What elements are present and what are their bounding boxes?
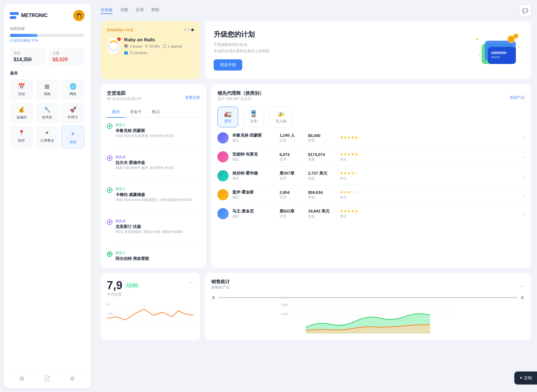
stats-chart: 10 7.75 bbox=[107, 300, 194, 325]
delivery-dot-inner-1 bbox=[109, 157, 111, 159]
document-icon[interactable]: 📄 bbox=[43, 375, 50, 382]
agent-name-wrap-4: 马文·麦金尼 南区 bbox=[232, 208, 276, 219]
agent-tab-drone[interactable]: 🚁 无人机 bbox=[269, 107, 293, 127]
finance-icon: 💰 bbox=[18, 106, 25, 113]
agent-rating-4: ★★★★★ 评分 bbox=[340, 209, 519, 219]
meta-students: 👥 72 students bbox=[124, 51, 147, 55]
agent-revenue-1: $174,074 收益 bbox=[308, 152, 336, 162]
agent-arrow-4[interactable]: › bbox=[523, 211, 525, 216]
public-icon: ✦ bbox=[45, 130, 49, 136]
activity-label: 活动 bbox=[18, 92, 25, 96]
customize-button[interactable]: ✦ 定制 bbox=[514, 371, 537, 385]
agent-avatar-2 bbox=[217, 170, 229, 181]
agent-arrow-0[interactable]: › bbox=[523, 135, 525, 140]
upgrade-graphic: ✦ ✦ ✦ bbox=[472, 31, 522, 69]
agent-name-3: 盖伊·霍金斯 bbox=[232, 189, 276, 195]
divider-1 bbox=[116, 178, 200, 179]
sales-more-button[interactable]: ··· bbox=[520, 283, 525, 289]
delivery-name-4: 阿尔伯特·弗洛雷斯 bbox=[116, 256, 149, 262]
expense-card: 花费 $8,029 bbox=[49, 48, 84, 66]
delivery-role-1: 接收者 bbox=[116, 155, 174, 159]
course-url: [biqubiqu.com] bbox=[107, 27, 133, 32]
tab-shipping[interactable]: 船运 bbox=[147, 107, 165, 118]
upgrade-content: 升级您的计划 平面插图和我们多色 生动的未混合紫色头发女士的精彩 现在升级 bbox=[214, 30, 270, 71]
agent-arrow-3[interactable]: › bbox=[523, 192, 525, 197]
course-dots bbox=[184, 29, 194, 31]
budget-card: 预算 $14,350 bbox=[10, 48, 46, 66]
agent-rating-label-3: 评分 bbox=[340, 195, 519, 200]
pause-icon: ⏸ bbox=[520, 295, 525, 300]
delivery-role-0: 发件人 bbox=[116, 123, 174, 127]
topnav-links: 仪表板 页数 应用 帮助 bbox=[101, 7, 159, 14]
sidebar-footer: ⊞ 📄 ⚙ bbox=[10, 370, 84, 382]
service-add[interactable]: + 添新 bbox=[61, 126, 84, 148]
agent-stars-1: ★★★★★ bbox=[340, 152, 519, 157]
divider-3 bbox=[116, 242, 200, 243]
service-tech[interactable]: 🔧 技术的 bbox=[36, 103, 59, 123]
stats-badge: +2.2% bbox=[125, 283, 139, 288]
logo-icon bbox=[10, 12, 19, 19]
network-label: 网络 bbox=[70, 92, 76, 96]
stats-card: 7,9 +2.2% 平均位置 ··· 10 7.75 bbox=[101, 273, 200, 340]
service-finance[interactable]: 💰 金融的 bbox=[10, 103, 33, 123]
settings-icon[interactable]: ⚙ bbox=[70, 375, 75, 382]
delivery-info-3: 接收者 克里斯汀·沃森 8502 普雷斯顿路, 英格尔伍德, 缅因州 98380 bbox=[116, 219, 183, 234]
stats-value-wrap: 7,9 +2.2% 平均位置 bbox=[107, 279, 139, 297]
sales-chart: 3,000 2,500 bbox=[211, 303, 525, 334]
nav-dashboard[interactable]: 仪表板 bbox=[101, 7, 113, 14]
agent-rev-label-4: 收益 bbox=[308, 214, 336, 219]
stats-header: 7,9 +2.2% 平均位置 ··· bbox=[107, 279, 194, 297]
tab-new[interactable]: 新的 bbox=[107, 107, 125, 118]
agent-list: 布鲁克林·西蒙斯 南区 1,240 人 交货 $5,400 收益 ★★★★★ ›… bbox=[217, 132, 525, 219]
upgrade-button[interactable]: 现在升级 bbox=[214, 59, 242, 71]
agent-arrow-1[interactable]: › bbox=[523, 154, 525, 159]
row-2: 交货追踪 56 次交付正在进行中 查看全部 新的 准备中 船运 bbox=[101, 84, 531, 268]
meta-lesson: 📚 3 lesson bbox=[124, 44, 142, 48]
agents-card: 领先代理商（按类别） 总计 424,567 次交付 添加产品 🚛 货车 🚆 火车 bbox=[211, 84, 531, 268]
clock-icon: ⏱ bbox=[145, 44, 148, 48]
delivery-item-1: 接收者 拉尔夫·爱德华兹 星家大道2464号 梅萨, 新泽西州 45463 bbox=[107, 155, 200, 170]
agent-arrow-2[interactable]: › bbox=[523, 173, 525, 178]
tab-preparing[interactable]: 准备中 bbox=[125, 107, 147, 118]
agent-name-wrap-0: 布鲁克林·西蒙斯 南区 bbox=[232, 133, 276, 143]
delivery-dot-1 bbox=[107, 155, 112, 161]
service-activity[interactable]: 📅 活动 bbox=[10, 79, 33, 100]
nav-apps[interactable]: 应用 bbox=[136, 7, 144, 14]
upgrade-title: 升级您的计划 bbox=[214, 30, 270, 39]
agent-stars-0: ★★★★★ bbox=[340, 135, 519, 140]
agent-rev-val-3: $59,634 bbox=[308, 190, 336, 195]
agent-tab-truck[interactable]: 🚛 货车 bbox=[217, 107, 238, 127]
layers-icon[interactable]: ⊞ bbox=[20, 375, 24, 382]
service-insurance[interactable]: ▦ 保险 bbox=[36, 79, 59, 100]
upgrade-desc-line1: 平面插图和我们多色 bbox=[214, 43, 247, 47]
agent-divider-0 bbox=[217, 147, 525, 148]
nav-pages[interactable]: 页数 bbox=[120, 7, 128, 14]
agent-name-2: 埃丝特·霍华德 bbox=[232, 171, 276, 176]
service-public[interactable]: ✦ 公用事业 bbox=[36, 126, 59, 148]
delivery-addr-1: 星家大道2464号 梅萨, 新泽西州 45463 bbox=[116, 166, 174, 170]
service-care[interactable]: 🚀 护理卡 bbox=[61, 103, 84, 123]
svg-point-10 bbox=[514, 34, 517, 38]
agents-action[interactable]: 添加产品 bbox=[510, 95, 525, 100]
delivery-link[interactable]: 查看全部 bbox=[185, 95, 200, 100]
range-slider-wrap: ⏸ ⏸ bbox=[211, 295, 525, 300]
delivery-dot-inner-2 bbox=[109, 189, 111, 191]
stats-value: 7,9 bbox=[107, 279, 122, 292]
meta-duration: ⏱ 50 Min bbox=[145, 44, 160, 48]
service-hospitality[interactable]: 📍 款待 bbox=[10, 126, 33, 148]
care-label: 护理卡 bbox=[68, 115, 78, 120]
notification-icon[interactable]: 💬 bbox=[520, 5, 531, 16]
agent-trans-label-1: 交货 bbox=[280, 157, 304, 162]
agent-revenue-0: $5,400 收益 bbox=[308, 133, 336, 143]
sidebar-header: METRONIC 👩 bbox=[10, 10, 84, 21]
agent-stars-3: ★★★☆☆ bbox=[340, 190, 519, 194]
service-network[interactable]: 🌐 网络 bbox=[61, 79, 84, 100]
care-icon: 🚀 bbox=[70, 106, 76, 113]
goal-label: 你的目标 bbox=[10, 26, 84, 31]
delivery-dot-4 bbox=[107, 251, 112, 257]
stats-more-button[interactable]: ··· bbox=[189, 279, 194, 285]
nav-help[interactable]: 帮助 bbox=[151, 7, 159, 14]
course-meta: 📚 3 lesson ⏱ 50 Min 📋 1 agenda bbox=[124, 44, 194, 55]
agent-tab-train[interactable]: 🚆 火车 bbox=[243, 107, 264, 127]
delivery-info-2: 发件人 卡梅伦·威廉姆森 3891 Ranchview 理查森博士, 加利福尼亚… bbox=[116, 187, 192, 202]
